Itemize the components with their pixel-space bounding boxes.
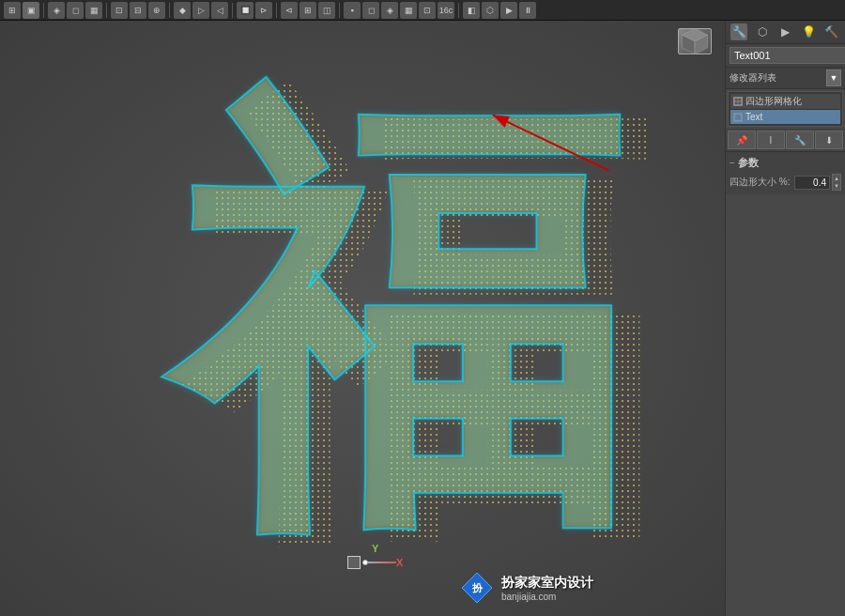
panel-icon-modify[interactable]: 🔧 [730,23,747,40]
toolbar-icon-14[interactable]: ⊞ [300,2,316,19]
toolbar-icon-17[interactable]: ◻ [362,2,379,19]
toolbar-icon-18[interactable]: ◈ [381,2,398,19]
modifier-list-label: 修改器列表 [730,71,825,85]
spinner-down-icon: ▼ [834,183,839,189]
toolbar-sep-3 [169,3,170,18]
params-section: − 参数 四边形大小 %: ▲ ▼ [726,151,845,194]
toolbar-icon-4[interactable]: ▦ [85,2,102,19]
view-cube-inner [678,28,712,54]
toolbar-icon-5[interactable]: ⊡ [111,2,128,19]
text-modifier-name: Text [745,112,762,122]
panel-icon-utility[interactable]: 🔨 [823,23,840,40]
fu-character: 福 [173,93,623,544]
toolbar-icon-11[interactable]: 🔲 [237,2,254,19]
axis-x-label: X [396,557,403,568]
toolbar-icon-10[interactable]: ◁ [211,2,228,19]
toolbar-icon-1[interactable]: ▣ [23,2,39,19]
toolbar-icon-16[interactable]: ▪ [344,2,361,19]
axis-box [347,556,361,569]
axis-x-line [368,562,396,563]
wrench-button[interactable]: 🔧 [786,131,814,149]
params-title: 参数 [738,156,759,170]
right-panel: 🔧 ⬡ ▶ 💡 🔨 ▼ 修改器列表 ▼ 四边形网格化 [725,21,845,616]
pin-button[interactable]: 📌 [728,131,756,149]
toolbar-icon-2[interactable]: ◈ [48,2,65,19]
viewport[interactable]: 福 Y [0,21,725,616]
panel-icon-hierarchy[interactable]: ⬡ [754,23,771,40]
toolbar-icon-8[interactable]: ◆ [174,2,191,19]
watermark-english: banjiajia.com [501,592,593,602]
panel-icon-display[interactable]: 💡 [800,23,817,40]
object-name-row: ▼ [726,44,845,68]
quad-mesh-section[interactable]: 四边形网格化 [730,94,840,110]
toolbar-icon-22[interactable]: ◧ [463,2,480,19]
toolbar-icon-15[interactable]: ◫ [318,2,335,19]
toolbar-icon-21[interactable]: 16c [438,2,454,19]
watermark-logo: 扮 [460,571,494,605]
char-display: 福 Y [0,21,725,616]
modifier-list-dropdown-btn[interactable]: ▼ [826,69,841,86]
text-modifier-item[interactable]: Text [730,110,840,124]
quad-size-input[interactable] [794,176,830,190]
toolbar-icon-3[interactable]: ◻ [67,2,84,19]
toolbar-icon-7[interactable]: ⊕ [148,2,165,19]
toolbar-icon-24[interactable]: ▶ [500,2,517,19]
object-name-field[interactable] [730,47,845,64]
watermark-chinese: 扮家家室内设计 [501,575,593,592]
quad-size-label: 四边形大小 %: [730,176,792,189]
svg-rect-10 [734,114,742,121]
main-layout: 福 Y [0,21,845,616]
axis-gizmo: Y X [347,543,403,569]
toolbar-sep-1 [43,3,44,18]
instance-button[interactable]: I [757,131,785,149]
toolbar-sep-4 [232,3,233,18]
view-cube[interactable] [678,28,717,68]
toolbar-icon-9[interactable]: ▷ [192,2,209,19]
toolbar-icon-23[interactable]: ⬡ [482,2,499,19]
quad-mesh-icon [733,97,743,106]
toolbar-icon-12[interactable]: ⊳ [255,2,272,19]
toolbar-icon-25[interactable]: ⏸ [519,2,536,19]
toolbar-sep-2 [106,3,107,18]
panel-icon-motion[interactable]: ▶ [776,23,793,40]
toolbar-icon-19[interactable]: ▦ [400,2,417,19]
toolbar-sep-6 [339,3,340,18]
toolbar-icon-13[interactable]: ⊲ [281,2,298,19]
quad-mesh-label: 四边形网格化 [745,95,802,108]
down-button[interactable]: ⬇ [815,131,843,149]
params-header[interactable]: − 参数 [728,154,843,172]
top-toolbar: ⊞ ▣ ◈ ◻ ▦ ⊡ ⊟ ⊕ ◆ ▷ ◁ 🔲 ⊳ ⊲ ⊞ ◫ ▪ ◻ ◈ ▦ … [0,0,845,21]
toolbar-sep-5 [276,3,277,18]
quad-size-row: 四边形大小 %: ▲ ▼ [728,172,843,192]
modifier-list-header: 修改器列表 ▼ [726,68,845,89]
text-modifier-checkbox[interactable] [733,113,743,122]
quad-size-spinner[interactable]: ▲ ▼ [832,174,841,191]
modifier-stack: 四边形网格化 Text [728,91,843,127]
watermark: 扮 扮家家室内设计 banjiajia.com [460,571,593,605]
axis-y-label: Y [372,543,378,554]
svg-text:扮: 扮 [471,582,484,593]
modifier-actions: 📌 I 🔧 ⬇ [726,129,845,151]
spinner-up-icon: ▲ [834,176,839,181]
toolbar-sep-7 [458,3,459,18]
toolbar-icon-20[interactable]: ⊡ [419,2,436,19]
panel-top-icons: 🔧 ⬡ ▶ 💡 🔨 [726,21,845,44]
params-toggle-icon: − [730,158,735,168]
toolbar-icon-0[interactable]: ⊞ [4,2,21,19]
watermark-text: 扮家家室内设计 banjiajia.com [501,575,593,602]
toolbar-icon-6[interactable]: ⊟ [130,2,146,19]
